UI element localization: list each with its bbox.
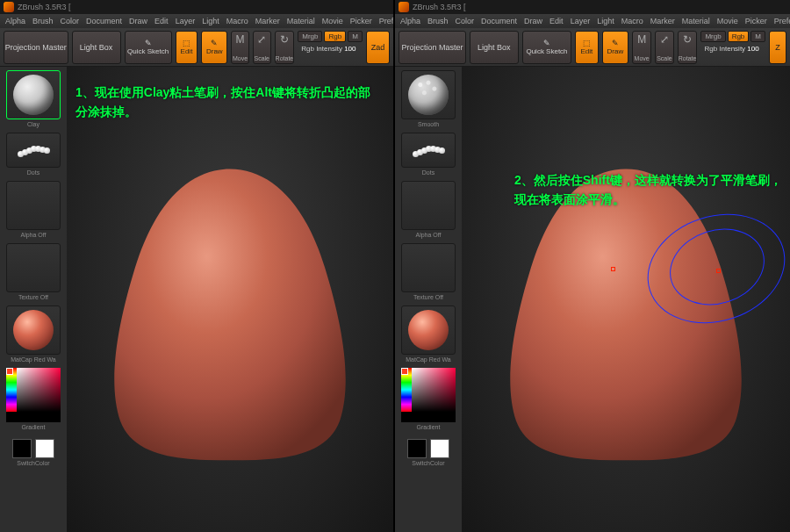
app-title: ZBrush 3.5R3 [ [413,3,466,11]
menu-edit[interactable]: Edit [154,17,169,25]
light-box-button[interactable]: Light Box [470,31,519,64]
m-button[interactable]: M [750,31,765,42]
mrgb-button[interactable]: Mrgb [298,31,322,42]
left-sidebar: Clay Dots Alpha Off Texture Off MatCap R… [0,67,67,532]
menu-marker[interactable]: Marker [650,17,675,25]
menu-brush[interactable]: Brush [32,17,54,25]
menu-layer[interactable]: Layer [176,17,196,25]
move-button[interactable]: M Move [632,31,651,64]
menu-picker[interactable]: Picker [745,17,767,25]
swatch-white[interactable] [35,439,54,458]
rotate-button[interactable]: ↻ Rotate [275,31,295,64]
rgb-button[interactable]: Rgb [728,31,750,42]
alpha-label: Alpha Off [20,232,46,238]
menu-marker[interactable]: Marker [255,17,280,25]
rgb-button[interactable]: Rgb [324,31,346,42]
menu-color[interactable]: Color [61,17,80,25]
rotate-button[interactable]: ↻ Rotate [678,31,698,64]
swatch-black[interactable] [12,439,32,458]
menu-light[interactable]: Light [597,17,614,25]
menu-movie[interactable]: Movie [322,17,343,25]
gradient-label[interactable]: Gradient [22,424,46,430]
titlebar: ZBrush 3.5R3 [ [395,0,790,14]
app-title: ZBrush 3.5R3 [ [18,3,71,11]
projection-master-button[interactable]: Projection Master [399,31,466,64]
menu-edit[interactable]: Edit [549,17,564,25]
swatch-black[interactable] [407,439,427,458]
material-label: MatCap Red Wa [406,356,450,363]
viewport[interactable]: 1、现在使用Clay粘土笔刷，按住Alt键将转折凸起的部分涂抹掉。 [67,67,393,532]
texture-slot[interactable] [401,243,456,292]
z-button[interactable]: Z [769,31,786,64]
menu-preferences[interactable]: Preferences [379,17,393,25]
menu-layer[interactable]: Layer [571,17,591,25]
menu-alpha[interactable]: Alpha [5,17,25,25]
menu-material[interactable]: Material [287,17,315,25]
menu-light[interactable]: Light [202,17,219,25]
quick-sketch-button[interactable]: ✎ Quick Sketch [522,31,571,64]
sv-square[interactable] [412,368,456,412]
move-button[interactable]: M Move [231,31,249,64]
draw-button[interactable]: ✎ Draw [602,31,629,64]
alpha-slot[interactable] [401,181,456,230]
scale-icon: ⤢ [257,33,266,46]
edit-button[interactable]: ⬚ Edit [575,31,598,64]
menu-alpha[interactable]: Alpha [400,17,420,25]
current-color-swatch [6,368,13,375]
menubar: Alpha Brush Color Document Draw Edit Lay… [395,14,790,28]
dots-stroke-icon [406,141,450,159]
menu-color[interactable]: Color [456,17,475,25]
menu-material[interactable]: Material [682,17,710,25]
mrgb-button[interactable]: Mrgb [700,31,725,42]
switchcolor-label[interactable]: SwitchColor [412,460,444,466]
menu-macro[interactable]: Macro [226,17,248,25]
brush-slot[interactable] [401,70,456,119]
viewport[interactable]: 2、然后按住Shift键，这样就转换为了平滑笔刷，现在将表面涂平滑。 [462,67,790,532]
rgb-intensity-label[interactable]: Rgb Intensity 100 [700,44,765,54]
menu-document[interactable]: Document [86,17,122,25]
dots-stroke-icon [11,141,55,159]
swatch-white[interactable] [430,439,449,458]
edit-icon: ⬚ [583,39,591,47]
matcap-red-icon [408,310,449,350]
gradient-label[interactable]: Gradient [417,424,441,430]
scale-button[interactable]: ⤢ Scale [253,31,271,64]
light-box-button[interactable]: Light Box [72,31,121,64]
pencil-icon: ✎ [543,39,550,47]
stroke-slot[interactable] [6,133,61,168]
draw-button[interactable]: ✎ Draw [201,31,227,64]
texture-slot[interactable] [6,243,61,292]
menu-preferences[interactable]: Preferences [774,17,790,25]
stroke-slot[interactable] [401,133,456,168]
switchcolor-label[interactable]: SwitchColor [17,460,49,466]
sv-square[interactable] [17,368,61,412]
zadd-button[interactable]: Zad [366,31,390,64]
menu-draw[interactable]: Draw [129,17,147,25]
menu-movie[interactable]: Movie [717,17,738,25]
menu-draw[interactable]: Draw [524,17,542,25]
menu-document[interactable]: Document [481,17,517,25]
m-button[interactable]: M [348,31,363,42]
projection-master-button[interactable]: Projection Master [4,31,68,64]
alpha-slot[interactable] [6,181,61,230]
menu-brush[interactable]: Brush [427,17,449,25]
annotation-step1: 1、现在使用Clay粘土笔刷，按住Alt键将转折凸起的部分涂抹掉。 [75,83,383,122]
menu-macro[interactable]: Macro [621,17,643,25]
sculpt-mesh[interactable] [107,162,353,461]
edit-button[interactable]: ⬚ Edit [176,31,198,64]
brush-slot[interactable] [6,70,61,119]
quick-sketch-button[interactable]: ✎ Quick Sketch [125,31,172,64]
scale-button[interactable]: ⤢ Scale [655,31,674,64]
material-slot[interactable] [6,306,61,355]
stroke-label: Dots [422,169,434,176]
rgb-intensity-label[interactable]: Rgb Intensity 100 [298,44,363,54]
stroke-label: Dots [27,169,40,176]
brush-label: Clay [27,121,40,127]
menu-picker[interactable]: Picker [350,17,372,25]
material-slot[interactable] [401,306,456,355]
color-picker[interactable] [6,368,61,422]
titlebar: ZBrush 3.5R3 [ [0,0,393,14]
draw-icon: ✎ [211,39,218,47]
color-picker[interactable] [401,368,456,422]
texture-label: Texture Off [413,294,443,300]
